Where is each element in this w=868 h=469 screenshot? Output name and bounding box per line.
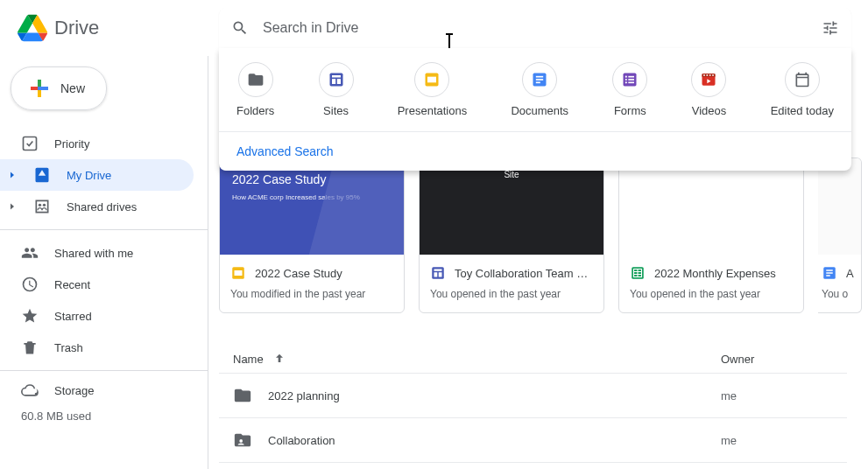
folder-icon [233, 386, 252, 405]
caret-right-icon [7, 170, 18, 180]
sites-icon [328, 71, 345, 88]
svg-point-24 [39, 204, 41, 206]
new-button-label: New [60, 81, 85, 95]
table-header: Name Owner [219, 345, 847, 373]
advanced-search-link[interactable]: Advanced Search [219, 132, 851, 171]
nav-recent[interactable]: Recent [0, 269, 194, 300]
search-input[interactable] [263, 20, 822, 36]
chip-presentations[interactable]: Presentations [398, 62, 468, 117]
nav-my-drive[interactable]: My Drive [0, 159, 194, 191]
svg-rect-21 [709, 74, 711, 76]
svg-point-41 [239, 439, 243, 443]
priority-icon [21, 135, 39, 152]
tune-icon[interactable] [822, 19, 839, 37]
drive-file-icon [33, 166, 51, 184]
calendar-icon [794, 71, 811, 88]
card-monthly-expenses[interactable]: 2022 Monthly ExpensesYou opened in the p… [618, 158, 804, 313]
docs-icon [822, 265, 837, 281]
nav-shared-with-me[interactable]: Shared with me [0, 237, 194, 269]
svg-rect-9 [536, 82, 540, 84]
chip-forms[interactable]: Forms [612, 62, 647, 117]
table-row[interactable]: Collaboration me [219, 417, 847, 462]
svg-rect-20 [707, 74, 709, 76]
card-thumbnail: Toy Collaboration TeamSite [420, 158, 603, 255]
col-name-header[interactable]: Name [233, 352, 721, 366]
cloud-icon [21, 382, 39, 399]
search-bar[interactable] [219, 8, 851, 48]
card-thumbnail [818, 158, 861, 255]
nav-trash[interactable]: Trash [0, 332, 194, 363]
slides-icon [230, 265, 246, 281]
svg-rect-1 [332, 75, 341, 78]
card-toy-collab[interactable]: Toy Collaboration TeamSite Toy Collabora… [419, 158, 604, 313]
folder-icon [247, 71, 265, 88]
people-icon [21, 244, 39, 262]
sheets-icon [630, 265, 646, 281]
chip-videos[interactable]: Videos [691, 62, 726, 117]
card-thumbnail: 2022 Case StudyHow ACME corp Increased s… [220, 158, 404, 255]
svg-rect-13 [629, 82, 635, 84]
nav-priority[interactable]: Priority [0, 128, 194, 159]
svg-rect-28 [432, 267, 444, 279]
card-partial[interactable]: AYou o [818, 158, 862, 313]
storage-used-text: 60.8 MB used [0, 406, 208, 423]
search-icon [231, 19, 249, 37]
svg-rect-12 [629, 79, 635, 80]
svg-rect-27 [235, 270, 243, 276]
clock-icon [21, 276, 39, 293]
svg-rect-0 [329, 74, 342, 87]
svg-rect-40 [826, 275, 830, 276]
nav-shared-drives[interactable]: Shared drives [0, 191, 194, 222]
svg-rect-22 [713, 74, 715, 76]
chip-sites[interactable]: Sites [319, 62, 354, 117]
col-owner-header[interactable]: Owner [721, 353, 843, 366]
svg-rect-3 [336, 79, 340, 84]
svg-rect-39 [826, 272, 833, 274]
suggested-cards-row: 2022 Case StudyHow ACME corp Increased s… [219, 158, 868, 313]
card-thumbnail [619, 158, 803, 255]
drive-icon [18, 13, 47, 43]
plus-icon [29, 78, 50, 99]
brand-text: Drive [54, 17, 99, 39]
svg-point-25 [43, 204, 46, 206]
arrow-up-icon [272, 352, 286, 366]
nav-starred[interactable]: Starred [0, 300, 194, 332]
svg-rect-8 [536, 79, 543, 80]
table-row[interactable]: 2022 planning me [219, 373, 847, 417]
svg-rect-11 [629, 76, 635, 78]
shared-folder-icon [233, 430, 252, 450]
svg-point-16 [625, 81, 627, 83]
drive-logo[interactable]: Drive [11, 13, 219, 43]
svg-point-15 [625, 79, 627, 80]
search-dropdown: Folders Sites Presentations Documents Fo… [219, 48, 851, 171]
svg-rect-38 [826, 270, 833, 271]
caret-right-icon [7, 201, 18, 212]
chip-folders[interactable]: Folders [236, 62, 274, 117]
sites-icon [430, 265, 446, 281]
svg-rect-30 [434, 272, 438, 276]
chip-edited-today[interactable]: Edited today [771, 62, 834, 117]
trash-icon [21, 339, 39, 356]
chip-documents[interactable]: Documents [511, 62, 568, 117]
shared-drives-icon [33, 198, 51, 215]
svg-rect-23 [38, 87, 41, 90]
svg-rect-19 [704, 74, 706, 76]
table-row[interactable] [219, 462, 847, 469]
svg-point-14 [625, 76, 627, 78]
svg-rect-7 [536, 76, 543, 78]
svg-rect-2 [332, 79, 335, 84]
new-button[interactable]: New [11, 66, 107, 110]
svg-rect-5 [427, 77, 436, 83]
filter-chips-row: Folders Sites Presentations Documents Fo… [219, 48, 851, 132]
docs-icon [531, 71, 548, 88]
svg-rect-31 [439, 272, 442, 276]
slides-icon [423, 71, 441, 88]
video-icon [700, 71, 717, 88]
nav-storage[interactable]: Storage [0, 374, 194, 406]
card-case-study[interactable]: 2022 Case StudyHow ACME corp Increased s… [219, 158, 405, 313]
forms-icon [621, 71, 639, 88]
star-icon [21, 307, 39, 325]
svg-rect-29 [434, 270, 442, 271]
